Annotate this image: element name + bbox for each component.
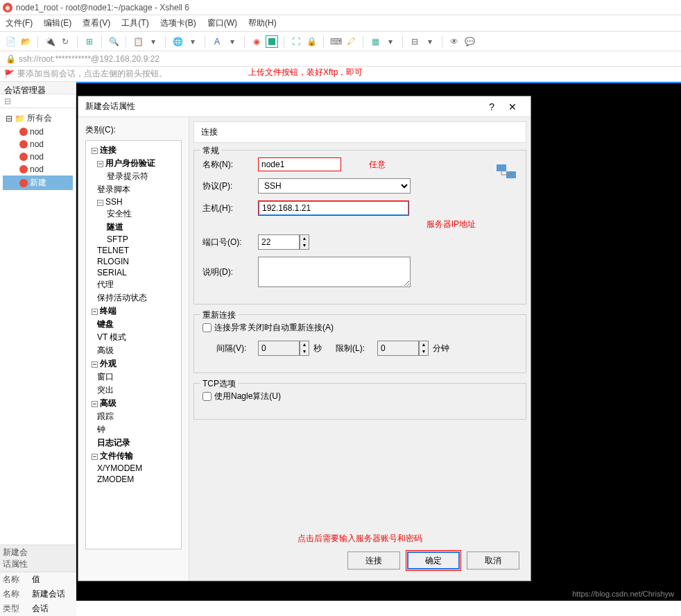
menu-view[interactable]: 查看(V)	[83, 17, 110, 29]
dialog-footer: 连接 确定 取消	[193, 545, 526, 576]
menu-file[interactable]: 文件(F)	[6, 17, 33, 29]
menu-tabs[interactable]: 选项卡(B)	[160, 17, 196, 29]
cat-telnet[interactable]: TELNET	[87, 245, 180, 256]
cancel-button[interactable]: 取消	[467, 551, 519, 570]
cat-zmodem[interactable]: ZMODEM	[87, 474, 180, 485]
cat-trace[interactable]: 跟踪	[87, 410, 180, 423]
toolbar-sep	[205, 35, 205, 48]
cat-auth[interactable]: −用户身份验证	[87, 157, 180, 170]
reconnect-checkbox[interactable]	[202, 323, 212, 332]
settings-pane: 连接 常规 名称(N): 任意 协议(P): SSH 主机(H): 服务器IP地…	[189, 117, 531, 581]
cat-bell[interactable]: 钟	[87, 423, 180, 436]
cat-sftp[interactable]: SFTP	[87, 234, 180, 245]
toolbar-sep	[101, 35, 102, 48]
nagle-checkbox[interactable]	[202, 392, 212, 401]
cat-advanced[interactable]: 高级	[87, 344, 180, 357]
menu-help[interactable]: 帮助(H)	[248, 17, 277, 29]
lock-icon[interactable]: 🔒	[305, 35, 318, 48]
session-icon	[19, 153, 28, 161]
dropdown-icon[interactable]: ▾	[147, 35, 160, 48]
cat-logging[interactable]: 日志记录	[87, 436, 180, 450]
cat-ssh[interactable]: −SSH	[87, 196, 180, 207]
help-button[interactable]: ?	[482, 101, 501, 112]
description-input[interactable]	[258, 257, 411, 287]
swirl-icon[interactable]: ◉	[250, 35, 263, 48]
cat-login-prompt[interactable]: 登录提示符	[87, 170, 180, 183]
limit-label: 限制(L):	[336, 343, 377, 354]
name-input[interactable]	[258, 157, 341, 171]
port-spinner[interactable]: ▲▼	[258, 234, 309, 250]
cat-tunnel[interactable]: 隧道	[87, 221, 180, 234]
cat-connection[interactable]: −连接	[87, 144, 180, 157]
globe-icon[interactable]: 🌐	[171, 35, 184, 48]
sidebar-header: 会话管理器	[0, 82, 76, 94]
sidebar-toolbar: ⊟	[0, 94, 76, 108]
cat-keyboard[interactable]: 键盘	[87, 318, 180, 331]
fullscreen-icon[interactable]: ⛶	[290, 35, 302, 48]
port-input[interactable]	[258, 234, 300, 250]
category-tree[interactable]: −连接 −用户身份验证 登录提示符 登录脚本 −SSH 安全性 隧道 SFTP …	[85, 140, 182, 549]
general-fieldset: 常规 名称(N): 任意 协议(P): SSH 主机(H): 服务器IP地址	[193, 150, 526, 305]
tree-root[interactable]: ⊟📁所有会	[3, 111, 73, 126]
menu-tools[interactable]: 工具(T)	[121, 17, 148, 29]
cat-window[interactable]: 窗口	[87, 370, 180, 384]
open-icon[interactable]: 📂	[19, 35, 32, 48]
protocol-select[interactable]: SSH	[258, 178, 411, 194]
folder-icon: 📁	[15, 114, 25, 123]
copy-icon[interactable]: 📋	[132, 35, 144, 48]
dropdown-icon[interactable]: ▾	[384, 35, 397, 48]
cat-serial[interactable]: SERIAL	[87, 267, 180, 278]
font-icon[interactable]: A	[211, 35, 223, 48]
connect-icon[interactable]: 🔌	[44, 35, 56, 48]
cat-advanced2[interactable]: −高级	[87, 397, 180, 410]
toolbar-sep	[165, 35, 166, 48]
cat-terminal[interactable]: −终端	[87, 305, 180, 318]
watermark: https://blog.csdn.net/Chrishyw	[572, 590, 674, 598]
spin-up-icon[interactable]: ▲	[300, 235, 309, 242]
new-icon[interactable]: 📄	[4, 35, 17, 48]
cat-login-script[interactable]: 登录脚本	[87, 183, 180, 196]
reconnect-icon[interactable]: ↻	[59, 35, 71, 48]
dropdown-icon[interactable]: ▾	[424, 35, 436, 48]
dialog-title: 新建会话属性	[85, 101, 482, 112]
session-item[interactable]: nod	[3, 151, 73, 163]
cat-appearance[interactable]: −外观	[87, 357, 180, 370]
spin-down-icon[interactable]: ▼	[300, 242, 309, 249]
session-item[interactable]: nod	[3, 138, 73, 151]
highlight-icon[interactable]: 🖍	[345, 35, 357, 48]
session-item-new[interactable]: 新建	[3, 176, 73, 190]
cat-proxy[interactable]: 代理	[87, 278, 180, 291]
keyboard-icon[interactable]: ⌨	[329, 35, 342, 48]
connect-button[interactable]: 连接	[347, 551, 400, 570]
panel-header: 连接	[193, 121, 526, 143]
host-input[interactable]	[259, 201, 408, 215]
xftp-icon[interactable]	[266, 35, 278, 48]
eye-icon[interactable]: 👁	[448, 35, 460, 48]
cat-keepalive[interactable]: 保持活动状态	[87, 291, 180, 305]
toolbar: 📄 📂 🔌 ↻ ⊞ 🔍 📋 ▾ 🌐 ▾ A ▾ ◉ ⛶ 🔒 ⌨ 🖍 ▦ ▾ ⊟ …	[0, 32, 681, 51]
interval-spinner[interactable]: ▲▼	[258, 341, 309, 356]
cat-xymodem[interactable]: X/YMODEM	[87, 463, 180, 474]
session-manager: 会话管理器 ⊟ ⊟📁所有会 nod nod nod nod 新建	[0, 82, 76, 601]
cat-rlogin[interactable]: RLOGIN	[87, 256, 180, 267]
tile-icon[interactable]: ⊟	[408, 35, 421, 48]
layout-icon[interactable]: ▦	[369, 35, 381, 48]
ok-button[interactable]: 确定	[407, 551, 460, 570]
close-button[interactable]: ✕	[501, 101, 524, 112]
chat-icon[interactable]: 💬	[463, 35, 476, 48]
cat-filetransfer[interactable]: −文件传输	[87, 450, 180, 463]
cat-security[interactable]: 安全性	[87, 207, 180, 221]
menu-edit[interactable]: 编辑(E)	[44, 17, 71, 29]
menu-window[interactable]: 窗口(W)	[207, 17, 237, 29]
session-item[interactable]: nod	[3, 163, 73, 176]
session-tree[interactable]: ⊟📁所有会 nod nod nod nod 新建	[0, 108, 76, 193]
cat-highlight[interactable]: 突出	[87, 384, 180, 397]
props-icon[interactable]: ⊞	[83, 35, 96, 48]
dropdown-icon[interactable]: ▾	[226, 35, 239, 48]
dropdown-icon[interactable]: ▾	[187, 35, 199, 48]
search-icon[interactable]: 🔍	[107, 35, 120, 48]
session-item[interactable]: nod	[3, 126, 73, 138]
limit-spinner[interactable]: ▲▼	[377, 341, 429, 356]
filter-icon[interactable]: ⊟	[4, 96, 11, 106]
cat-vtmode[interactable]: VT 模式	[87, 331, 180, 344]
